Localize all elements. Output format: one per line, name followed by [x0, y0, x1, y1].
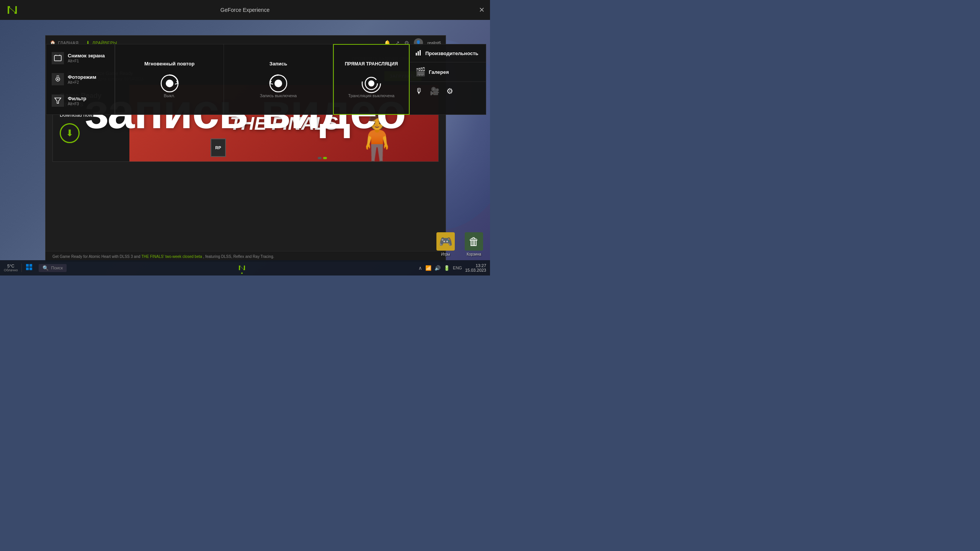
games-icon: 🎮 [436, 232, 455, 251]
games-label: Игры [441, 252, 450, 256]
instant-replay-title: Мгновенный повтор [144, 61, 194, 67]
record-section[interactable]: Запись Запись выключена [224, 44, 333, 114]
close-button[interactable]: ✕ [479, 6, 485, 14]
svg-rect-2 [54, 55, 61, 61]
photomode-label: Фоторежим [68, 74, 96, 80]
filter-label: Фильтр [68, 96, 87, 101]
taskbar-clock: 13:27 15.03.2023 [465, 263, 486, 272]
taskbar-expand-icon[interactable]: ∧ [418, 265, 422, 271]
taskbar-gfe-icon[interactable] [235, 261, 249, 275]
dot-1[interactable] [318, 157, 322, 159]
panel-performance: Производительность 🎬 Галерея 🎙 🎥 ⚙ [410, 44, 486, 115]
screenshot-label: Снимок экрана [68, 53, 105, 59]
perf-header: Производительность [410, 44, 486, 62]
screenshot-icon [52, 52, 64, 64]
toolbar-row: Снимок экрана Alt+F1 Фоторежим Alt+F2 [46, 44, 486, 115]
taskbar: 5°C Облачно 🔍 Поиск ∧ 📶 🔊 🔋 ENG 13:27 15… [0, 260, 490, 276]
panel-stream[interactable]: ПРЯМАЯ трансляция Трансляция выключена [333, 44, 410, 115]
recycle-icon: 🗑 [465, 232, 483, 251]
instant-replay-icon [160, 73, 180, 93]
svg-point-9 [368, 80, 374, 86]
banner-dots [206, 157, 438, 159]
screenshot-item[interactable]: Снимок экрана Alt+F1 [52, 52, 109, 64]
panel-media: Мгновенный повтор Выкл. Запись [115, 44, 333, 115]
battery-icon[interactable]: 🔋 [444, 265, 450, 271]
svg-rect-12 [416, 53, 417, 55]
svg-rect-13 [418, 51, 419, 55]
rating-badge: RP [211, 139, 226, 157]
filter-shortcut: Alt+F3 [68, 102, 87, 106]
photomode-icon [52, 73, 64, 85]
volume-icon[interactable]: 🔊 [434, 265, 441, 271]
filter-icon [52, 95, 64, 107]
taskbar-apps [69, 261, 415, 275]
footer-link[interactable]: THE FINALS' two-week closed beta [141, 254, 202, 259]
media-controls: 🎙 🎥 ⚙ [410, 82, 486, 100]
svg-rect-19 [29, 267, 32, 270]
svg-rect-16 [26, 264, 29, 267]
network-icon[interactable]: 📶 [425, 265, 431, 271]
svg-point-4 [57, 78, 59, 80]
stream-title: ПРЯМАЯ трансляция [345, 61, 398, 67]
nvidia-logo [5, 3, 19, 17]
photomode-item[interactable]: Фоторежим Alt+F2 [52, 73, 109, 85]
recycle-desktop-icon[interactable]: 🗑 Корзина [462, 232, 486, 256]
svg-rect-14 [420, 50, 421, 55]
microphone-icon[interactable]: 🎙 [415, 87, 423, 96]
gallery-item[interactable]: 🎬 Галерея [410, 62, 486, 82]
filter-item[interactable]: Фильтр Alt+F3 [52, 95, 109, 107]
stream-icon [361, 73, 381, 93]
settings-control-icon[interactable]: ⚙ [446, 86, 453, 96]
svg-marker-20 [239, 266, 245, 270]
gallery-label: Галерея [429, 69, 449, 75]
record-icon [268, 73, 288, 93]
svg-rect-18 [26, 267, 29, 270]
screenshot-shortcut: Alt+F1 [68, 59, 105, 63]
games-desktop-icon[interactable]: 🎮 Игры [433, 232, 458, 256]
desktop-icons: 🎮 Игры 🗑 Корзина [433, 232, 486, 256]
search-icon: 🔍 [42, 265, 49, 271]
gallery-icon: 🎬 [415, 67, 426, 77]
instant-replay-status: Выкл. [164, 93, 175, 98]
instant-replay-section[interactable]: Мгновенный повтор Выкл. [115, 44, 224, 114]
desktop-background: 🏠 ГЛАВНАЯ ⬇ ДРАЙВЕРЫ 🔔 ↗ ⚙ 👤 realist6 ДО… [0, 20, 490, 276]
taskbar-right: ∧ 📶 🔊 🔋 ENG 13:27 15.03.2023 [415, 263, 490, 272]
record-status: Запись выключена [260, 93, 297, 98]
panel-screenshots: Снимок экрана Alt+F1 Фоторежим Alt+F2 [46, 44, 115, 115]
svg-rect-17 [29, 264, 32, 267]
svg-rect-15 [421, 49, 422, 50]
recycle-label: Корзина [467, 252, 481, 256]
dot-2[interactable] [323, 157, 327, 159]
svg-point-8 [274, 80, 282, 87]
time-display: 13:27 [475, 263, 486, 268]
start-button[interactable] [22, 264, 36, 272]
record-title: Запись [270, 61, 287, 67]
date-display: 15.03.2023 [465, 268, 486, 272]
perf-bar-icon [415, 49, 422, 57]
taskbar-search[interactable]: 🔍 Поиск [39, 264, 66, 272]
perf-label: Производительность [425, 51, 479, 56]
stream-status: Трансляция выключена [348, 93, 395, 98]
app-title: GeForce Experience [220, 7, 270, 13]
weather-widget: 5°C Облачно [0, 264, 22, 272]
title-bar: GeForce Experience ✕ [0, 0, 490, 20]
camera-icon[interactable]: 🎥 [430, 86, 439, 96]
photomode-shortcut: Alt+F2 [68, 80, 96, 85]
weather-label: Облачно [4, 268, 18, 272]
svg-point-6 [166, 80, 173, 87]
search-placeholder: Поиск [51, 266, 62, 270]
language-label: ENG [453, 266, 462, 270]
weather-temp: 5°C [7, 264, 14, 268]
